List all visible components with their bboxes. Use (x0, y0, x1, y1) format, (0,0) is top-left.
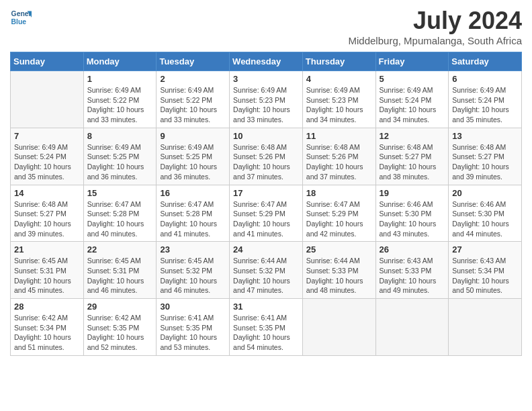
calendar-cell: 23Sunrise: 6:45 AMSunset: 5:32 PMDayligh… (157, 242, 230, 299)
weekday-header-tuesday: Tuesday (157, 52, 230, 71)
day-number: 14 (14, 188, 80, 198)
day-info: Sunrise: 6:47 AMSunset: 5:29 PMDaylight:… (233, 199, 299, 239)
calendar-cell: 25Sunrise: 6:44 AMSunset: 5:33 PMDayligh… (302, 242, 375, 299)
day-number: 1 (87, 74, 153, 84)
day-info: Sunrise: 6:45 AMSunset: 5:31 PMDaylight:… (14, 256, 80, 295)
calendar-cell (449, 299, 522, 356)
day-number: 9 (160, 131, 226, 141)
weekday-header-saturday: Saturday (449, 52, 522, 71)
day-info: Sunrise: 6:49 AMSunset: 5:24 PMDaylight:… (452, 85, 518, 125)
day-number: 29 (87, 302, 153, 312)
day-info: Sunrise: 6:49 AMSunset: 5:25 PMDaylight:… (160, 142, 226, 182)
calendar-cell: 9Sunrise: 6:49 AMSunset: 5:25 PMDaylight… (157, 128, 230, 185)
calendar-cell: 12Sunrise: 6:48 AMSunset: 5:27 PMDayligh… (375, 128, 449, 185)
calendar-week-1: 1Sunrise: 6:49 AMSunset: 5:22 PMDaylight… (11, 71, 522, 128)
calendar-week-3: 14Sunrise: 6:48 AMSunset: 5:27 PMDayligh… (11, 185, 522, 242)
day-number: 11 (306, 131, 372, 141)
day-number: 12 (380, 131, 445, 141)
day-number: 25 (306, 244, 372, 255)
day-info: Sunrise: 6:47 AMSunset: 5:28 PMDaylight:… (160, 199, 226, 239)
day-info: Sunrise: 6:44 AMSunset: 5:32 PMDaylight:… (233, 256, 299, 295)
day-info: Sunrise: 6:49 AMSunset: 5:24 PMDaylight:… (14, 142, 80, 182)
calendar-cell: 11Sunrise: 6:48 AMSunset: 5:26 PMDayligh… (302, 128, 375, 185)
title-block: July 2024 Middelburg, Mpumalanga, South … (349, 7, 522, 46)
day-info: Sunrise: 6:49 AMSunset: 5:22 PMDaylight:… (87, 85, 153, 125)
day-info: Sunrise: 6:49 AMSunset: 5:24 PMDaylight:… (380, 85, 445, 125)
calendar-cell (302, 299, 375, 356)
calendar-cell: 26Sunrise: 6:43 AMSunset: 5:33 PMDayligh… (375, 242, 449, 299)
day-info: Sunrise: 6:49 AMSunset: 5:23 PMDaylight:… (233, 85, 299, 125)
day-number: 6 (452, 74, 518, 84)
calendar-cell: 29Sunrise: 6:42 AMSunset: 5:35 PMDayligh… (83, 299, 157, 356)
day-number: 5 (380, 74, 445, 84)
calendar-cell: 30Sunrise: 6:41 AMSunset: 5:35 PMDayligh… (157, 299, 230, 356)
calendar-cell: 16Sunrise: 6:47 AMSunset: 5:28 PMDayligh… (157, 185, 230, 242)
day-info: Sunrise: 6:48 AMSunset: 5:26 PMDaylight:… (233, 142, 299, 182)
weekday-header-friday: Friday (375, 52, 449, 71)
day-info: Sunrise: 6:48 AMSunset: 5:27 PMDaylight:… (380, 142, 445, 182)
calendar-cell: 31Sunrise: 6:41 AMSunset: 5:35 PMDayligh… (230, 299, 303, 356)
day-number: 8 (87, 131, 153, 141)
day-number: 18 (306, 188, 372, 198)
calendar-cell: 10Sunrise: 6:48 AMSunset: 5:26 PMDayligh… (230, 128, 303, 185)
calendar-cell: 5Sunrise: 6:49 AMSunset: 5:24 PMDaylight… (375, 71, 449, 128)
calendar-cell (375, 299, 449, 356)
calendar-cell: 4Sunrise: 6:49 AMSunset: 5:23 PMDaylight… (302, 71, 375, 128)
page-header: General Blue July 2024 Middelburg, Mpuma… (10, 7, 522, 46)
day-info: Sunrise: 6:49 AMSunset: 5:25 PMDaylight:… (87, 142, 153, 182)
calendar-week-2: 7Sunrise: 6:49 AMSunset: 5:24 PMDaylight… (11, 128, 522, 185)
day-number: 13 (452, 131, 518, 141)
calendar-cell: 24Sunrise: 6:44 AMSunset: 5:32 PMDayligh… (230, 242, 303, 299)
main-title: July 2024 (349, 7, 522, 35)
day-info: Sunrise: 6:49 AMSunset: 5:23 PMDaylight:… (306, 85, 372, 125)
calendar-cell: 6Sunrise: 6:49 AMSunset: 5:24 PMDaylight… (449, 71, 522, 128)
weekday-header-row: SundayMondayTuesdayWednesdayThursdayFrid… (11, 52, 522, 71)
svg-text:Blue: Blue (11, 18, 27, 26)
weekday-header-wednesday: Wednesday (230, 52, 303, 71)
day-number: 30 (160, 302, 226, 312)
calendar-cell: 21Sunrise: 6:45 AMSunset: 5:31 PMDayligh… (11, 242, 84, 299)
day-info: Sunrise: 6:41 AMSunset: 5:35 PMDaylight:… (160, 313, 226, 353)
day-number: 26 (380, 244, 445, 255)
day-info: Sunrise: 6:49 AMSunset: 5:22 PMDaylight:… (160, 85, 226, 125)
day-number: 17 (233, 188, 299, 198)
calendar-cell (11, 71, 84, 128)
day-info: Sunrise: 6:45 AMSunset: 5:32 PMDaylight:… (160, 256, 226, 295)
day-number: 16 (160, 188, 226, 198)
calendar-table: SundayMondayTuesdayWednesdayThursdayFrid… (10, 52, 522, 356)
day-number: 31 (233, 302, 299, 312)
day-number: 2 (160, 74, 226, 84)
calendar-cell: 7Sunrise: 6:49 AMSunset: 5:24 PMDaylight… (11, 128, 84, 185)
weekday-header-monday: Monday (83, 52, 157, 71)
calendar-cell: 15Sunrise: 6:47 AMSunset: 5:28 PMDayligh… (83, 185, 157, 242)
subtitle: Middelburg, Mpumalanga, South Africa (349, 35, 522, 46)
logo-icon: General Blue (10, 7, 32, 28)
calendar-cell: 17Sunrise: 6:47 AMSunset: 5:29 PMDayligh… (230, 185, 303, 242)
calendar-cell: 28Sunrise: 6:42 AMSunset: 5:34 PMDayligh… (11, 299, 84, 356)
day-info: Sunrise: 6:48 AMSunset: 5:26 PMDaylight:… (306, 142, 372, 182)
calendar-cell: 14Sunrise: 6:48 AMSunset: 5:27 PMDayligh… (11, 185, 84, 242)
calendar-cell: 20Sunrise: 6:46 AMSunset: 5:30 PMDayligh… (449, 185, 522, 242)
calendar-week-5: 28Sunrise: 6:42 AMSunset: 5:34 PMDayligh… (11, 299, 522, 356)
day-number: 23 (160, 244, 226, 255)
logo: General Blue (10, 7, 32, 28)
day-info: Sunrise: 6:44 AMSunset: 5:33 PMDaylight:… (306, 256, 372, 295)
day-info: Sunrise: 6:41 AMSunset: 5:35 PMDaylight:… (233, 313, 299, 353)
day-info: Sunrise: 6:43 AMSunset: 5:34 PMDaylight:… (452, 256, 518, 295)
day-number: 4 (306, 74, 372, 84)
day-number: 22 (87, 244, 153, 255)
day-number: 15 (87, 188, 153, 198)
day-info: Sunrise: 6:46 AMSunset: 5:30 PMDaylight:… (452, 199, 518, 239)
calendar-cell: 19Sunrise: 6:46 AMSunset: 5:30 PMDayligh… (375, 185, 449, 242)
calendar-cell: 8Sunrise: 6:49 AMSunset: 5:25 PMDaylight… (83, 128, 157, 185)
calendar-cell: 22Sunrise: 6:45 AMSunset: 5:31 PMDayligh… (83, 242, 157, 299)
day-number: 20 (452, 188, 518, 198)
day-info: Sunrise: 6:42 AMSunset: 5:35 PMDaylight:… (87, 313, 153, 353)
day-info: Sunrise: 6:47 AMSunset: 5:29 PMDaylight:… (306, 199, 372, 239)
calendar-cell: 1Sunrise: 6:49 AMSunset: 5:22 PMDaylight… (83, 71, 157, 128)
day-number: 28 (14, 302, 80, 312)
day-number: 21 (14, 244, 80, 255)
day-number: 3 (233, 74, 299, 84)
weekday-header-sunday: Sunday (11, 52, 84, 71)
day-number: 7 (14, 131, 80, 141)
